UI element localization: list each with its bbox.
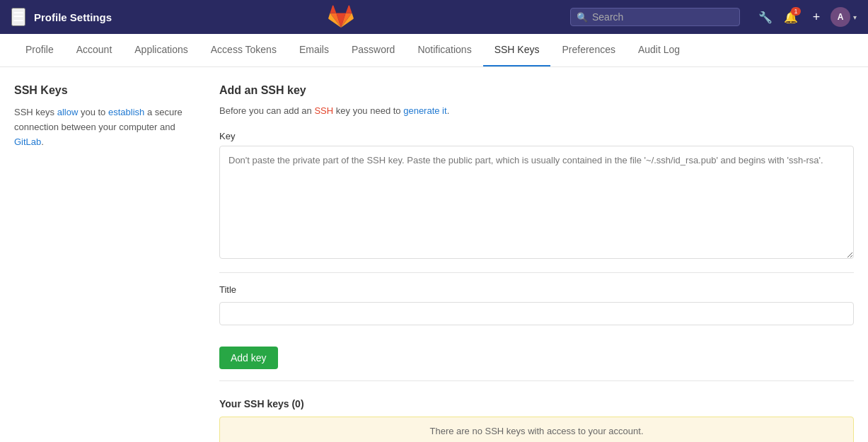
sidebar-heading: SSH Keys: [14, 84, 191, 97]
wrench-button[interactable]: 🔧: [754, 6, 777, 28]
content-area: Add an SSH key Before you can add an SSH…: [219, 84, 854, 442]
key-label: Key: [219, 131, 854, 141]
ssh-keys-header: Your SSH keys (0): [219, 398, 854, 409]
key-textarea[interactable]: [219, 146, 854, 259]
no-keys-notice: There are no SSH keys with access to you…: [219, 417, 854, 443]
secondary-nav: Profile Account Applications Access Toke…: [0, 34, 868, 67]
notification-badge: 1: [791, 7, 801, 16]
user-avatar-button[interactable]: A ▾: [831, 7, 857, 27]
top-bar: ☰ Profile Settings 🔍 🔧 🔔 1 +: [0, 0, 868, 34]
key-field-block: Key: [219, 131, 854, 261]
establish-link[interactable]: establish: [108, 107, 144, 117]
tab-emails[interactable]: Emails: [288, 34, 340, 66]
title-input[interactable]: [219, 302, 854, 325]
tab-profile[interactable]: Profile: [14, 34, 65, 66]
tab-preferences[interactable]: Preferences: [550, 34, 626, 66]
tab-audit-log[interactable]: Audit Log: [627, 34, 691, 66]
ssh-link[interactable]: SSH: [314, 105, 333, 116]
title-field-block: Title: [219, 284, 854, 325]
notifications-button[interactable]: 🔔 1: [780, 6, 802, 28]
search-icon: 🔍: [577, 12, 588, 23]
allow-link[interactable]: allow: [57, 107, 79, 117]
page-title: Profile Settings: [34, 11, 112, 23]
sidebar: SSH Keys SSH keys allow you to establish…: [14, 84, 191, 442]
main-content: SSH Keys SSH keys allow you to establish…: [0, 67, 868, 442]
ssh-keys-section: Your SSH keys (0) There are no SSH keys …: [219, 398, 854, 443]
divider-1: [219, 272, 854, 273]
divider-2: [219, 380, 854, 381]
tab-ssh-keys[interactable]: SSH Keys: [483, 34, 551, 66]
gitlab-link[interactable]: GitLab: [14, 136, 41, 147]
tab-access-tokens[interactable]: Access Tokens: [199, 34, 288, 66]
new-item-button[interactable]: +: [805, 6, 828, 28]
search-input[interactable]: [592, 11, 734, 23]
tab-account[interactable]: Account: [65, 34, 124, 66]
hamburger-icon[interactable]: ☰: [11, 8, 25, 26]
avatar: A: [831, 7, 850, 27]
tab-notifications[interactable]: Notifications: [406, 34, 482, 66]
search-box[interactable]: 🔍: [570, 8, 740, 26]
top-bar-actions: 🔧 🔔 1 + A ▾: [754, 6, 857, 28]
title-label: Title: [219, 284, 854, 295]
wrench-icon: 🔧: [758, 11, 772, 24]
form-title: Add an SSH key: [219, 84, 854, 97]
plus-icon: +: [813, 10, 821, 25]
info-text: Before you can add an SSH key you need t…: [219, 104, 854, 118]
add-key-button[interactable]: Add key: [219, 347, 278, 369]
sidebar-description: SSH keys allow you to establish a secure…: [14, 105, 191, 149]
tab-applications[interactable]: Applications: [123, 34, 199, 66]
generate-link[interactable]: generate it: [403, 105, 446, 116]
tab-password[interactable]: Password: [340, 34, 406, 66]
gitlab-logo: [328, 4, 354, 31]
chevron-down-icon: ▾: [853, 13, 857, 21]
